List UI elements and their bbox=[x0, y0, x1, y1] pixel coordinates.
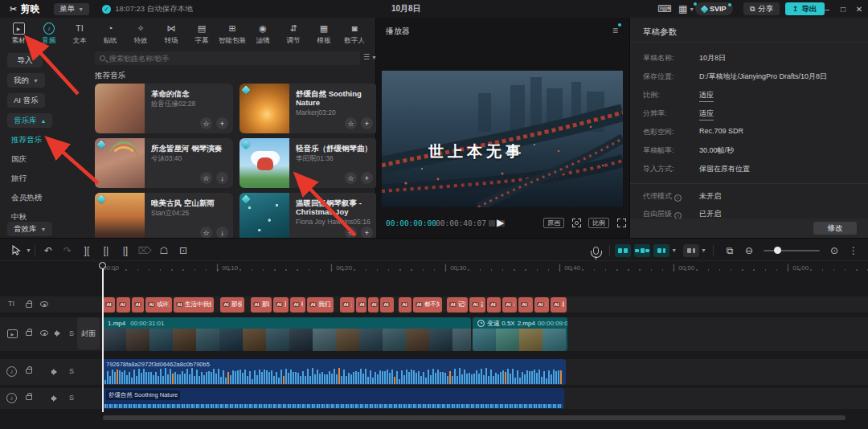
lock-icon[interactable] bbox=[26, 328, 32, 336]
fullscreen-icon[interactable] bbox=[617, 219, 626, 227]
favorite-star-button[interactable]: ☆ bbox=[200, 227, 212, 239]
subtitle-clip[interactable]: AI耗 bbox=[117, 297, 130, 313]
frame-prev-icon[interactable] bbox=[489, 220, 495, 227]
trim-right-button[interactable]: |] bbox=[116, 243, 135, 259]
subtitle-clip[interactable]: AI就 bbox=[551, 297, 567, 313]
subtitle-clip[interactable]: AI钱 bbox=[380, 297, 394, 313]
subtitle-clip[interactable]: AI生活中我们 bbox=[174, 297, 214, 313]
lock-icon[interactable] bbox=[26, 366, 32, 374]
subtitle-clip[interactable]: AI教 bbox=[502, 297, 517, 313]
add-to-track-button[interactable]: + bbox=[361, 172, 373, 184]
solo-icon[interactable]: S bbox=[69, 367, 74, 375]
share-button[interactable]: ⧉ 分享 bbox=[743, 2, 780, 15]
lock-icon[interactable] bbox=[26, 300, 32, 308]
subtitle-clip[interactable]: AI都不知道 bbox=[413, 297, 442, 313]
add-to-track-button[interactable]: + bbox=[361, 227, 373, 239]
draft-row-value[interactable]: 适应 bbox=[699, 90, 714, 102]
delete-button[interactable]: ⌦ bbox=[135, 243, 154, 259]
select-tool-button[interactable] bbox=[6, 243, 26, 259]
sidebar-category-2[interactable]: 国庆 bbox=[11, 154, 27, 165]
subtitle-clip[interactable]: AI这 bbox=[469, 297, 485, 313]
subtitle-clip[interactable]: AI优 bbox=[132, 297, 144, 313]
music-card[interactable]: 舒缓自然 Soothing NatureMarkerj03:20☆+ bbox=[240, 84, 378, 133]
tab-sticker[interactable]: ◔贴纸 bbox=[95, 19, 125, 48]
tab-transition[interactable]: ⋈转场 bbox=[156, 19, 186, 48]
subtitle-clip[interactable]: AI每 bbox=[518, 297, 533, 313]
main-track-magnet-toggle[interactable] bbox=[615, 244, 631, 257]
redo-button[interactable]: ↷ bbox=[58, 243, 77, 259]
timeline-zoom-slider[interactable] bbox=[764, 250, 820, 251]
tab-media[interactable]: ▶素材 bbox=[3, 19, 34, 48]
filter-button[interactable]: ☰▼ bbox=[363, 53, 377, 61]
split-button[interactable]: ][ bbox=[77, 243, 96, 259]
preview-axis-chevron[interactable]: ▼ bbox=[701, 247, 706, 253]
menu-button[interactable]: 菜单 ▼ bbox=[54, 3, 89, 15]
trim-left-button[interactable]: [| bbox=[96, 243, 116, 259]
subtitle-clip[interactable]: AI生 bbox=[399, 297, 411, 313]
modify-button[interactable]: 修改 bbox=[813, 222, 857, 235]
tab-audio[interactable]: ♪音频 bbox=[34, 19, 64, 48]
mask-button[interactable]: ☖ bbox=[154, 243, 174, 259]
sidebar-category-3[interactable]: 旅行 bbox=[11, 174, 27, 184]
music-card[interactable]: 唯美古风 空山新雨Stan立04:25☆↓ bbox=[95, 193, 233, 243]
subtitle-clip[interactable]: AI bbox=[356, 297, 366, 313]
download-button[interactable]: ↓ bbox=[216, 227, 228, 239]
time-ruler[interactable]: 00:00▏00:10▏00:20▏00:30▏00:40▏00:50▏01:0… bbox=[0, 263, 868, 274]
mute-icon[interactable] bbox=[51, 368, 59, 376]
subtitle-clip[interactable]: AI我们这 bbox=[307, 297, 334, 313]
maximize-button[interactable]: □ bbox=[837, 0, 849, 18]
original-quality-button[interactable]: 原画 bbox=[543, 218, 564, 228]
tab-text[interactable]: TI文本 bbox=[64, 19, 95, 48]
play-button[interactable]: ▶ bbox=[497, 217, 504, 228]
add-to-track-button[interactable]: + bbox=[361, 117, 373, 129]
subtitle-clip[interactable]: AI bbox=[368, 297, 379, 313]
subtitle-clip[interactable]: AI或许正 bbox=[145, 297, 172, 313]
tab-captions[interactable]: ▤字幕 bbox=[186, 19, 217, 48]
sidebar-category-1[interactable]: 推荐音乐 bbox=[11, 135, 42, 145]
subtitle-clip[interactable]: AI那份这 bbox=[220, 297, 244, 313]
sidebar-sound-library-button[interactable]: 音效库▼ bbox=[7, 222, 52, 236]
sidebar-ai-music-button[interactable]: AI 音乐 bbox=[7, 93, 45, 108]
subtitle-clip[interactable]: AI记得 bbox=[447, 297, 468, 313]
tab-effects[interactable]: ✧特效 bbox=[125, 19, 156, 48]
video-preview[interactable]: 世上本无事 bbox=[382, 71, 623, 207]
timeline-more-menu[interactable]: ⋮ bbox=[844, 243, 863, 259]
subtitle-clip[interactable]: AI发 bbox=[487, 297, 501, 313]
subtitle-clip[interactable]: AI那段 bbox=[251, 297, 272, 313]
preview-axis-toggle[interactable] bbox=[683, 244, 699, 257]
playhead[interactable] bbox=[102, 263, 104, 412]
timeline-panel-icon[interactable]: ⧉ bbox=[720, 243, 739, 259]
subtitle-clip[interactable]: AI让 bbox=[103, 297, 115, 313]
subtitle-clip[interactable]: AI架 bbox=[340, 297, 354, 313]
freeze-frame-button[interactable]: ⊡ bbox=[174, 243, 193, 259]
select-tool-chevron[interactable]: ▼ bbox=[26, 247, 31, 253]
close-button[interactable]: ✕ bbox=[854, 0, 865, 18]
video-clip-2[interactable]: ◔ 变速 0.5X 2.mp4 00:00:09:06 bbox=[473, 317, 567, 351]
mute-icon[interactable] bbox=[51, 394, 59, 402]
record-voiceover-button[interactable] bbox=[587, 243, 606, 259]
favorite-star-button[interactable]: ☆ bbox=[345, 117, 357, 129]
sidebar-music-library-button[interactable]: 音乐库▲ bbox=[7, 113, 52, 128]
favorite-star-button[interactable]: ☆ bbox=[200, 172, 212, 184]
aspect-ratio-button[interactable]: 比例 bbox=[588, 218, 609, 228]
fit-preview-icon[interactable] bbox=[572, 219, 581, 227]
horizontal-scrollbar[interactable] bbox=[103, 415, 845, 420]
sidebar-mine-button[interactable]: 我的▼ bbox=[7, 73, 45, 88]
eye-icon[interactable] bbox=[40, 330, 48, 336]
download-button[interactable]: ↓ bbox=[216, 172, 228, 184]
mute-icon[interactable] bbox=[55, 329, 63, 337]
music-card[interactable]: 所念皆星河 钢琴演奏兮沐03:40☆↓ bbox=[95, 138, 233, 188]
link-clips-toggle[interactable] bbox=[653, 244, 669, 257]
music-card[interactable]: 温暖回忆钢琴叙事 - Christmas JoyFiona Joy Hawkin… bbox=[240, 193, 378, 243]
video-clip-1[interactable]: 1.mp4 00:00:31:01 bbox=[103, 317, 471, 351]
favorite-star-button[interactable]: ☆ bbox=[345, 227, 357, 239]
solo-icon[interactable]: S bbox=[69, 394, 74, 402]
slider-handle[interactable] bbox=[774, 247, 781, 254]
zoom-out-button[interactable]: ⊖ bbox=[739, 243, 759, 259]
tab-smart-pack[interactable]: ⊞智能包装 bbox=[217, 19, 248, 48]
solo-icon[interactable]: S bbox=[69, 329, 74, 337]
zoom-fit-button[interactable]: ⊙ bbox=[825, 243, 844, 259]
draft-row-value[interactable]: 适应 bbox=[699, 108, 714, 121]
favorite-star-button[interactable]: ☆ bbox=[200, 117, 212, 129]
link-toggle-chevron[interactable]: ▼ bbox=[671, 247, 677, 253]
